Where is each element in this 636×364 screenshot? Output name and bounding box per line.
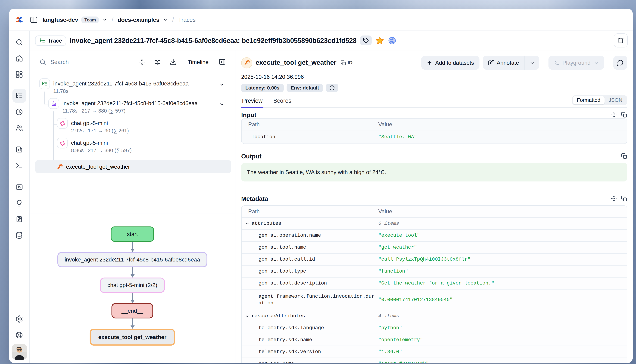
breadcrumb-separator: / [171, 16, 175, 23]
metadata-section-heading: Metadata [241, 195, 268, 202]
copy-id-button[interactable]: ID [341, 60, 352, 66]
public-globe-icon[interactable] [388, 36, 396, 45]
tab-preview[interactable]: Preview [241, 98, 263, 107]
trace-title-bar: Trace invoke_agent 232de211-7fcf-45c8-b4… [30, 31, 633, 50]
add-to-datasets-button[interactable]: Add to datasets [421, 56, 479, 70]
graph-node-start[interactable]: __start__ [111, 226, 154, 242]
sidebar-item-annotation-queues[interactable] [12, 212, 26, 226]
chevron-down-icon [593, 60, 599, 65]
playground-button[interactable]: Playground [548, 56, 604, 70]
metadata-row: telemetry.sdk.name"opentelemetry" [242, 334, 627, 346]
info-badge[interactable] [326, 84, 338, 92]
tool-icon-badge [241, 57, 252, 68]
workspace-type-badge: Team [82, 16, 99, 23]
expand-section-icon[interactable] [611, 112, 617, 118]
copy-icon[interactable] [621, 153, 627, 159]
sidebar-item-sessions[interactable] [12, 105, 26, 119]
sidebar-item-evaluations[interactable] [12, 180, 26, 194]
sidebar-item-support[interactable] [12, 328, 26, 342]
input-table: Path Value location "Seattle, WA" [241, 118, 627, 144]
langfuse-logo-icon[interactable] [15, 16, 24, 24]
tree-item-tool-selected[interactable]: execute_tool get_weather [35, 160, 231, 173]
copy-icon[interactable] [621, 112, 627, 118]
sidebar-item-users[interactable] [12, 121, 26, 135]
annotate-button[interactable]: Annotate [483, 56, 524, 70]
chevron-down-icon[interactable] [219, 102, 225, 107]
latency-badge: Latency: 0.00s [241, 84, 284, 92]
metadata-row: gen_ai.tool.name"get_weather" [242, 241, 627, 253]
tree-toolbar: Timeline [30, 50, 235, 73]
format-option-json[interactable]: JSON [604, 96, 626, 104]
graph-edge [130, 242, 134, 252]
list-tree-icon [39, 37, 46, 44]
chevron-down-icon[interactable] [163, 17, 168, 22]
sidebar-item-traces[interactable] [12, 89, 26, 103]
tree-item-agent-span[interactable]: invoke_agent 232de211-7fcf-45c8-b415-6af… [48, 98, 198, 115]
metadata-group-row[interactable]: resourceAttributes 4 items [242, 310, 627, 322]
delete-trace-button[interactable] [614, 34, 628, 48]
wrench-icon [57, 164, 63, 170]
collapse-panel-icon[interactable] [216, 56, 228, 68]
user-avatar[interactable] [11, 344, 27, 360]
metadata-group-row[interactable]: attributes 6 items [242, 217, 627, 229]
tree-item-generation-2[interactable]: chat gpt-5-mini 8.86s217 → 380 (∑ 597) [57, 138, 132, 154]
comments-button[interactable] [613, 56, 627, 70]
breadcrumb-project[interactable]: docs-examples [118, 16, 159, 23]
breadcrumb-separator: / [111, 16, 114, 23]
chevron-down-icon [245, 221, 250, 226]
column-header-path: Path [242, 121, 378, 128]
top-navbar: langfuse-dev Team / docs-examples / Trac… [9, 8, 633, 31]
sidebar-item-settings[interactable] [12, 312, 26, 326]
search-icon [39, 58, 46, 66]
sidebar-item-prompts[interactable] [12, 142, 26, 156]
metadata-table: Path Value attributes 6 items gen_ai.ope… [241, 206, 627, 363]
chevron-down-icon[interactable] [219, 82, 225, 88]
env-badge: Env: default [287, 84, 323, 92]
plus-icon [427, 60, 432, 66]
app-window: langfuse-dev Team / docs-examples / Trac… [9, 8, 633, 363]
agent-graph: __start__ invoke_agent 232de211-7fcf-45c… [30, 214, 235, 363]
graph-node-execute-tool[interactable]: execute_tool get_weather [90, 329, 175, 346]
copy-icon[interactable] [621, 195, 627, 202]
column-header-value: Value [378, 208, 392, 214]
bookmark-star-icon[interactable] [376, 36, 384, 45]
metadata-row: agent_framework.function.invocation.dura… [242, 289, 627, 310]
annotate-icon [488, 60, 494, 66]
graph-node-end[interactable]: __end__ [112, 303, 153, 318]
sidebar-item-datasets[interactable] [12, 228, 26, 242]
sidebar-item-playground[interactable] [12, 158, 26, 172]
column-header-path: Path [242, 208, 378, 214]
terminal-icon [554, 60, 560, 66]
timeline-toggle[interactable]: Timeline [183, 59, 213, 65]
sidebar-item-home[interactable] [12, 51, 26, 65]
sidebar-item-dashboards[interactable] [12, 67, 26, 81]
sidebar-item-insights[interactable] [12, 196, 26, 210]
breadcrumb-workspace[interactable]: langfuse-dev [43, 16, 78, 23]
icon-rail [9, 31, 30, 363]
graph-edge [130, 293, 134, 303]
comment-bubble-icon [617, 60, 624, 66]
trace-type-badge[interactable]: Trace [35, 35, 66, 46]
tab-scores[interactable]: Scores [273, 98, 292, 107]
download-icon[interactable] [167, 56, 179, 68]
tag-button[interactable] [360, 36, 372, 45]
format-option-formatted[interactable]: Formatted [573, 96, 604, 104]
sidebar-toggle-icon[interactable] [30, 16, 38, 24]
expand-section-icon[interactable] [611, 195, 617, 202]
graph-node-invoke-agent[interactable]: invoke_agent 232de211-7fcf-45c8-b415-6af… [57, 252, 207, 267]
view-settings-icon[interactable] [151, 56, 164, 68]
graph-node-chat[interactable]: chat gpt-5-mini (2/2) [100, 278, 165, 293]
breadcrumb-section[interactable]: Traces [178, 16, 196, 23]
tree-item-generation-1[interactable]: chat gpt-5-mini 2.92s171 → 90 (∑ 261) [57, 118, 129, 134]
sidebar-item-search[interactable] [12, 35, 26, 49]
trace-tree: invoke_agent 232de211-7fcf-45c8-b415-6af… [30, 73, 235, 214]
search-input[interactable] [50, 58, 96, 65]
collapse-all-icon[interactable] [136, 56, 148, 68]
chevron-down-icon[interactable] [102, 17, 107, 22]
metadata-row: gen_ai.tool.call.id"call_PsylzxTpQh4i0OI… [242, 253, 627, 265]
metadata-row: gen_ai.tool.type"function" [242, 265, 627, 277]
annotate-dropdown-button[interactable] [525, 56, 539, 70]
detail-scroll-area[interactable]: Input Path Value [236, 108, 633, 363]
observation-detail-panel: execute_tool get_weather ID Add to datas… [236, 50, 633, 363]
tree-item-trace-root[interactable]: invoke_agent 232de211-7fcf-45c8-b415-6af… [39, 78, 189, 95]
